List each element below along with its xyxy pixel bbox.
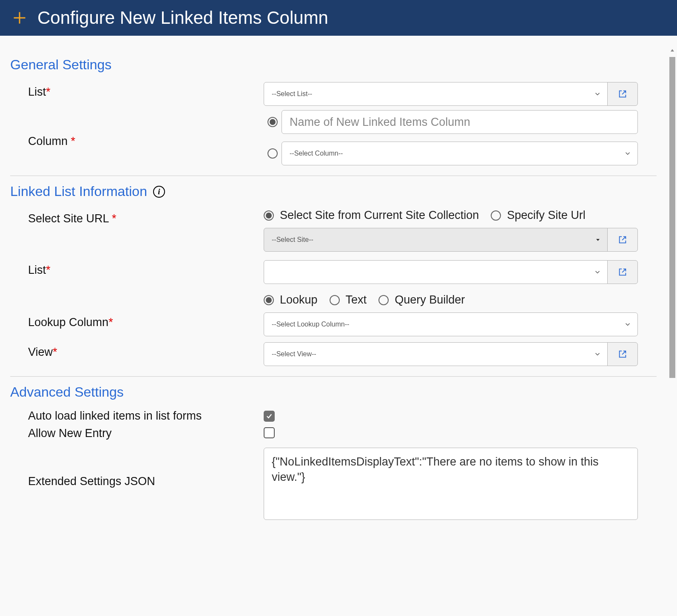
chevron-down-icon <box>594 268 601 276</box>
label-site-url-text: Select Site URL <box>28 212 109 225</box>
scrollbar-thumb[interactable] <box>669 57 675 378</box>
existing-column-select-value: --Select Column-- <box>290 150 343 157</box>
label-list-text: List <box>28 85 46 98</box>
radio-text-label: Text <box>346 293 367 307</box>
open-linked-list-external-button[interactable] <box>607 260 638 284</box>
section-title-advanced: Advanced Settings <box>10 384 657 400</box>
radio-new-column[interactable] <box>267 117 278 127</box>
scroll-up-icon[interactable] <box>668 46 677 55</box>
new-column-name-input[interactable] <box>282 110 638 134</box>
view-select-value: --Select View-- <box>272 350 316 358</box>
label-auto-load: Auto load linked items in list forms <box>28 409 264 423</box>
open-list-external-button[interactable] <box>607 82 638 106</box>
page-title: Configure New Linked Items Column <box>37 8 328 28</box>
radio-existing-column[interactable] <box>267 148 278 159</box>
lookup-column-select-value: --Select Lookup Column-- <box>272 321 349 328</box>
required-marker: * <box>53 346 57 358</box>
section-divider <box>10 376 657 377</box>
required-marker: * <box>112 212 117 225</box>
auto-load-checkbox[interactable] <box>264 411 275 422</box>
triangle-down-icon <box>595 236 601 243</box>
label-ext-json: Extended Settings JSON <box>28 448 264 488</box>
plus-icon <box>12 10 27 26</box>
chevron-down-icon <box>624 321 631 328</box>
label-allow-new: Allow New Entry <box>28 427 264 440</box>
label-column: Column * <box>28 110 264 148</box>
radio-site-collection[interactable] <box>264 210 274 221</box>
radio-lookup-label: Lookup <box>280 293 318 307</box>
section-title-general: General Settings <box>10 57 657 73</box>
radio-specify-url-label: Specify Site Url <box>507 209 586 222</box>
label-view: View* <box>28 342 264 359</box>
section-linked: Linked List Information i Select Site UR… <box>10 184 657 377</box>
lookup-column-select[interactable]: --Select Lookup Column-- <box>264 312 638 336</box>
radio-query-builder[interactable] <box>378 295 389 305</box>
required-marker: * <box>46 85 51 98</box>
label-column-text: Column <box>28 135 68 148</box>
site-select[interactable]: --Select Site-- <box>264 228 608 252</box>
section-divider <box>10 176 657 176</box>
linked-list-select[interactable] <box>264 260 608 284</box>
radio-text[interactable] <box>330 295 340 305</box>
label-list: List* <box>28 82 264 99</box>
radio-specify-url[interactable] <box>491 210 501 221</box>
radio-lookup[interactable] <box>264 295 274 305</box>
label-site-url: Select Site URL * <box>28 209 264 225</box>
radio-site-collection-label: Select Site from Current Site Collection <box>280 209 479 222</box>
required-marker: * <box>71 135 76 148</box>
chevron-down-icon <box>594 350 601 358</box>
list-select[interactable]: --Select List-- <box>264 82 608 106</box>
allow-new-checkbox[interactable] <box>264 427 275 438</box>
site-select-value: --Select Site-- <box>272 236 313 244</box>
required-marker: * <box>108 316 113 329</box>
view-select[interactable]: --Select View-- <box>264 342 608 366</box>
section-title-linked-text: Linked List Information <box>10 184 147 199</box>
label-lookup-column-text: Lookup Column <box>28 316 108 329</box>
chevron-down-icon <box>594 90 601 98</box>
list-select-value: --Select List-- <box>272 90 312 98</box>
scrollbar[interactable] <box>668 46 677 616</box>
existing-column-select[interactable]: --Select Column-- <box>282 142 638 165</box>
label-view-text: View <box>28 346 53 358</box>
section-advanced: Advanced Settings Auto load linked items… <box>10 384 657 522</box>
label-linked-list-text: List <box>28 264 46 276</box>
section-title-linked: Linked List Information i <box>10 184 657 199</box>
label-linked-list: List* <box>28 260 264 277</box>
open-site-external-button[interactable] <box>607 228 638 252</box>
radio-query-builder-label: Query Builder <box>395 293 465 307</box>
info-icon[interactable]: i <box>153 186 165 198</box>
section-general: General Settings List* --Select List-- <box>10 57 657 176</box>
header: Configure New Linked Items Column <box>0 0 677 36</box>
open-view-external-button[interactable] <box>607 342 638 366</box>
chevron-down-icon <box>624 150 631 157</box>
extended-settings-json-textarea[interactable] <box>264 448 638 520</box>
label-lookup-column: Lookup Column* <box>28 312 264 329</box>
required-marker: * <box>46 264 51 276</box>
